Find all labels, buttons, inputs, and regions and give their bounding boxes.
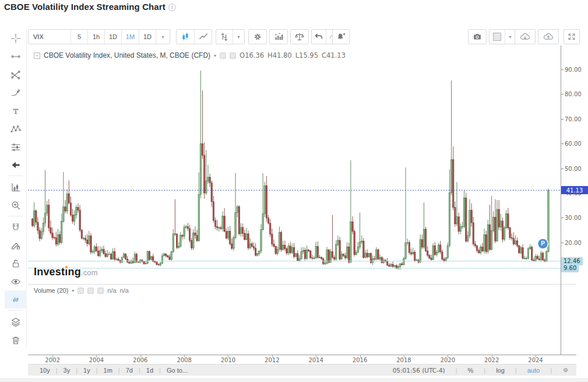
link-tool-icon[interactable] <box>5 290 27 309</box>
year-label: 2002 <box>45 357 59 363</box>
watermark-invest: Invest <box>34 266 65 278</box>
background-group: ▾ <box>489 29 516 44</box>
price-tick-label: 30.00 <box>565 215 582 221</box>
sidebar-separator <box>8 310 23 311</box>
save-group <box>538 29 559 44</box>
price-tick-label: 60.00 <box>565 141 582 147</box>
compare-group <box>290 29 309 44</box>
candlestick-chart[interactable]: P <box>28 45 561 355</box>
interval-1h-button[interactable]: 1h <box>87 30 104 44</box>
line-style-icon[interactable] <box>194 30 212 44</box>
background-swatch-icon[interactable] <box>490 30 505 44</box>
info-icon[interactable]: i <box>168 3 176 11</box>
text-tool-icon[interactable]: T <box>5 101 27 120</box>
volume-label: Volume (20) <box>34 287 68 294</box>
range-1y-button[interactable]: 1y <box>78 367 96 374</box>
candlestick-style-icon[interactable] <box>177 30 194 44</box>
price-axis[interactable]: 90.0080.0070.0060.0050.0040.0030.0020.00… <box>561 45 588 355</box>
price-tickmark <box>561 243 564 243</box>
sidebar-separator <box>8 176 23 176</box>
year-label: 2024 <box>528 357 543 363</box>
indicators-icon[interactable] <box>270 30 287 44</box>
legend-collapse-icon[interactable]: − <box>34 52 40 59</box>
svg-text:T: T <box>13 106 18 115</box>
sidebar-separator <box>8 216 23 216</box>
current-price-badge: 41.13 <box>561 186 588 194</box>
cloud-upload-icon[interactable] <box>538 30 558 44</box>
zoom-in-icon[interactable] <box>5 196 27 214</box>
bottom-toolbar: 10y| 3y| 1y| 1m| 7d| 1d| Go to... 05:01:… <box>28 364 576 376</box>
layers-icon[interactable] <box>5 313 27 331</box>
measure-icon[interactable] <box>5 178 27 196</box>
background-dropdown-caret[interactable]: ▾ <box>505 30 515 44</box>
bar-style-icon[interactable] <box>216 30 233 44</box>
go-to-button[interactable]: Go to... <box>161 367 193 374</box>
settings-gear-icon[interactable] <box>249 30 266 44</box>
price-tick-label: 50.00 <box>565 165 582 171</box>
trash-icon[interactable] <box>5 331 27 349</box>
year-label: 2018 <box>396 357 411 363</box>
interval-5-button[interactable]: 5 <box>71 30 87 44</box>
watermark-ng: ng <box>68 266 80 278</box>
chart-legend: − CBOE Volatility Index, United States, … <box>34 51 346 59</box>
settings-group <box>248 29 267 44</box>
range-1d-button[interactable]: 1d <box>140 367 159 374</box>
volume-value-1: n/a <box>107 287 116 294</box>
year-label: 2004 <box>89 357 104 363</box>
cursor-crosshair-icon[interactable] <box>5 29 27 47</box>
camera-icon[interactable] <box>469 30 486 44</box>
xabcd-pattern-icon[interactable] <box>5 120 27 138</box>
trend-line-icon[interactable] <box>5 47 27 65</box>
brush-icon[interactable] <box>5 83 27 101</box>
pencil-lock-icon[interactable] <box>5 236 27 254</box>
pane-divider[interactable] <box>28 284 576 285</box>
cloud-download-icon[interactable] <box>515 30 535 44</box>
legend-eye-icon[interactable]: ○ <box>220 52 226 59</box>
interval-dropdown-caret[interactable]: ▾ <box>156 30 170 44</box>
magnet-icon[interactable] <box>5 218 27 236</box>
time-axis[interactable]: 2002200420062008201020122014201620182020… <box>28 355 561 364</box>
log-scale-button[interactable]: log <box>491 367 510 374</box>
scale-controls: 05:01:56 (UTC-4)| %| log| auto| <box>388 366 572 374</box>
volume-eye-icon[interactable]: ○ <box>78 288 84 294</box>
range-7d-button[interactable]: 7d <box>120 367 139 374</box>
range-10y-button[interactable]: 10y <box>34 367 56 374</box>
volume-dropdown-caret[interactable]: ▾ <box>72 288 74 293</box>
symbol-input[interactable]: VIX <box>29 30 71 44</box>
volume-close-icon[interactable]: × <box>97 288 104 294</box>
price-tickmark <box>561 69 564 70</box>
bottom-settings-gear-icon[interactable] <box>557 366 572 374</box>
percent-scale-button[interactable]: % <box>463 367 479 374</box>
range-3y-button[interactable]: 3y <box>58 367 76 374</box>
auto-scale-button[interactable]: auto <box>522 367 545 374</box>
volume-settings-icon[interactable]: ○ <box>87 288 94 294</box>
legend-settings-icon[interactable]: ○ <box>230 52 236 59</box>
ohlc-close: C41.13 <box>322 51 346 59</box>
compare-scales-icon[interactable] <box>291 30 308 44</box>
bar-style-dropdown-caret[interactable]: ▾ <box>233 30 244 44</box>
forecast-icon[interactable] <box>5 138 27 156</box>
year-label: 2014 <box>308 357 323 363</box>
interval-1d-button[interactable]: 1D <box>104 30 121 44</box>
indicators-group <box>269 29 288 44</box>
svg-text:P: P <box>541 240 545 247</box>
gann-fib-icon[interactable] <box>5 65 27 83</box>
back-arrow-icon[interactable] <box>5 156 27 174</box>
interval-1m-button[interactable]: 1M <box>121 30 139 44</box>
ohlc-low: L15.95 <box>295 51 318 59</box>
investing-watermark: Investıng.com <box>34 266 98 278</box>
legend-dropdown-caret[interactable]: ▾ <box>214 53 216 58</box>
interval-custom-button[interactable]: 1D <box>139 30 156 44</box>
snapshot-group <box>468 29 487 44</box>
undo-icon[interactable] <box>312 30 326 44</box>
ohlc-open: O16.36 <box>240 51 264 59</box>
fullscreen-group <box>564 29 580 44</box>
alert-add-icon[interactable] <box>333 30 349 44</box>
year-label: 2010 <box>221 357 235 363</box>
unlock-icon[interactable] <box>5 254 27 272</box>
price-tick-label: 20.00 <box>565 239 582 246</box>
eye-hide-icon[interactable] <box>5 272 27 290</box>
year-label: 2006 <box>133 357 147 363</box>
range-1m-button[interactable]: 1m <box>98 367 118 374</box>
fullscreen-icon[interactable] <box>564 30 579 44</box>
